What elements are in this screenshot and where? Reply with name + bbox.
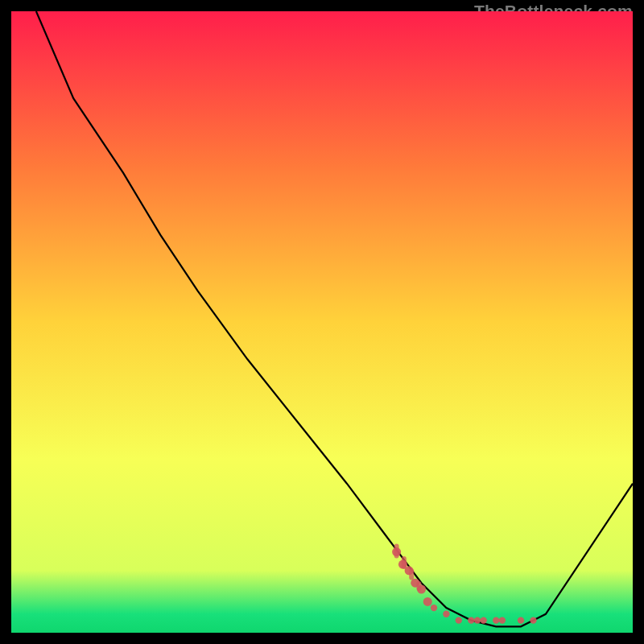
- chart-frame: TheBottleneck.com: [11, 11, 633, 633]
- dot: [474, 617, 481, 623]
- dot: [518, 617, 524, 623]
- dot: [456, 617, 462, 623]
- dot: [443, 611, 449, 617]
- dot: [493, 617, 499, 623]
- smear-mark: [394, 544, 399, 559]
- smear-mark: [409, 569, 414, 580]
- dot: [481, 617, 487, 623]
- bottleneck-chart: [11, 11, 633, 633]
- dot: [431, 605, 437, 611]
- gradient-background: [11, 11, 633, 633]
- smear-mark: [402, 556, 407, 569]
- dot: [468, 617, 474, 623]
- smear-mark: [416, 581, 421, 591]
- dot: [530, 617, 536, 623]
- dot: [499, 617, 506, 623]
- dot: [423, 597, 432, 606]
